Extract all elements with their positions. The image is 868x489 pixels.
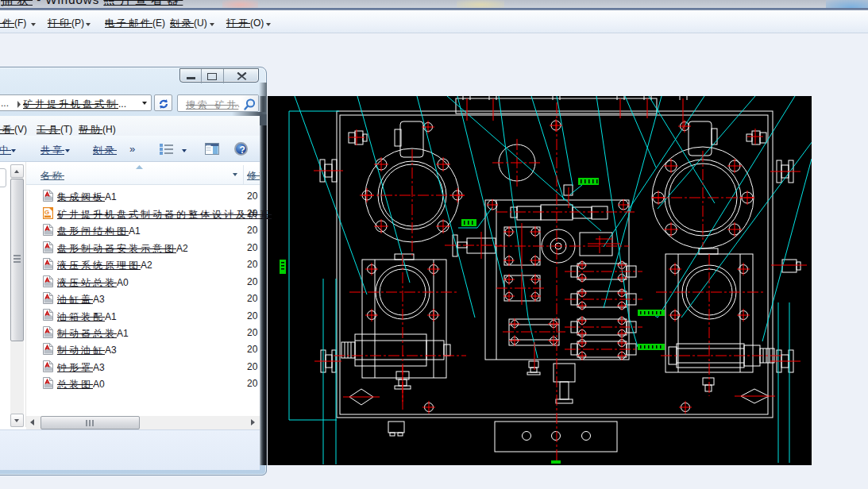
svg-text:G: G: [44, 209, 49, 216]
